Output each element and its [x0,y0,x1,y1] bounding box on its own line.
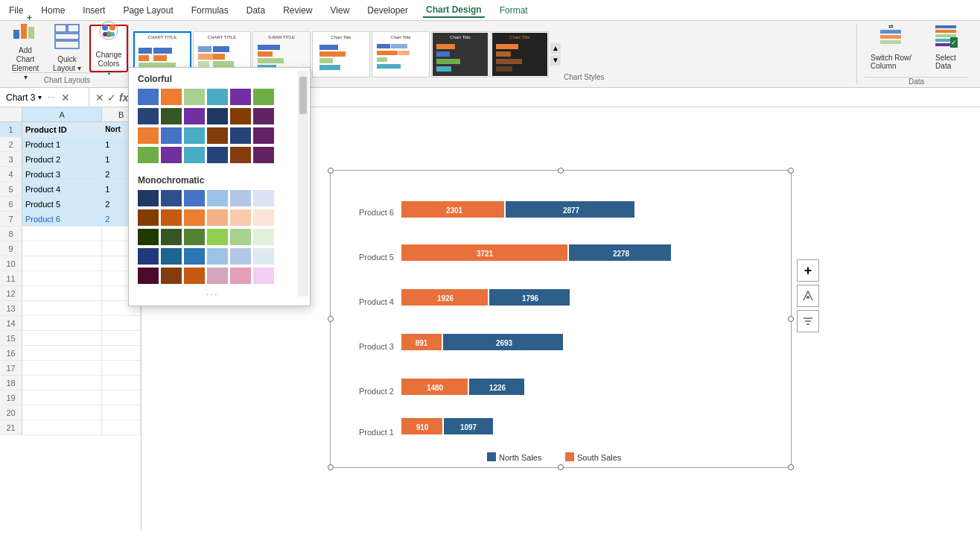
chart-handle-mr[interactable] [788,316,794,322]
color-swatch[interactable] [161,89,182,105]
color-picker-more[interactable]: ... [129,285,296,300]
select-data-button[interactable]: ✓ SelectData [923,23,968,71]
color-swatch[interactable] [230,268,251,284]
color-swatch[interactable] [138,108,159,124]
chart-container[interactable]: Product 6 Product 5 Product 4 Product 3 … [330,170,792,468]
chart-handle-tl[interactable] [328,168,334,174]
color-swatch[interactable] [138,190,159,206]
color-swatch[interactable] [207,209,228,226]
cell-a14[interactable] [22,316,102,330]
cell-a20[interactable] [22,405,102,420]
cell-a4[interactable]: Product 3 [22,167,102,181]
menu-home[interactable]: Home [38,4,68,17]
cell-a10[interactable] [22,256,102,271]
cell-a13[interactable] [22,301,102,315]
formula-cancel-icon[interactable]: ✕ [95,92,104,104]
color-swatch[interactable] [230,248,251,265]
cell-a2[interactable]: Product 1 [22,137,102,151]
color-swatch[interactable] [161,248,182,265]
cell-a15[interactable] [22,331,102,345]
color-swatch[interactable] [138,89,159,105]
color-swatch[interactable] [161,147,182,163]
color-swatch[interactable] [207,89,228,105]
cell-a11[interactable] [22,271,102,285]
color-swatch[interactable] [207,108,228,124]
quick-layout-button[interactable]: QuickLayout ▾ [48,25,86,72]
color-swatch[interactable] [207,229,228,245]
cell-a12[interactable] [22,286,102,300]
cell-a19[interactable] [22,390,102,405]
color-swatch[interactable] [253,89,274,105]
cell-a6[interactable]: Product 5 [22,197,102,211]
color-swatch[interactable] [230,229,251,245]
chart-handle-tc[interactable] [558,168,564,174]
cell-a7[interactable]: Product 6 [22,212,102,226]
color-swatch[interactable] [230,127,251,144]
chart-style-5[interactable]: Chart Title [372,31,430,78]
chart-styles-scroll-down[interactable]: ▼ [550,55,561,66]
cell-a18[interactable] [22,376,102,390]
color-swatch[interactable] [184,248,205,265]
cell-b16[interactable] [102,346,141,360]
color-swatch[interactable] [230,89,251,105]
cell-b18[interactable] [102,376,141,390]
color-swatch[interactable] [138,127,159,144]
color-swatch[interactable] [161,108,182,124]
menu-page-layout[interactable]: Page Layout [120,4,176,17]
add-chart-element-side-button[interactable]: + [797,259,819,282]
chart-style-4[interactable]: Chart Title [312,31,370,78]
color-swatch[interactable] [207,268,228,284]
color-swatch[interactable] [184,209,205,226]
cell-a8[interactable] [22,227,102,241]
change-colors-button[interactable]: ChangeColors ▾ [89,25,128,72]
cell-a17[interactable] [22,361,102,375]
scrollbar-thumb[interactable] [299,77,307,114]
chart-handle-bc[interactable] [558,464,564,470]
chart-name-dropdown[interactable]: ▾ [38,93,42,101]
color-swatch[interactable] [253,229,274,245]
menu-developer[interactable]: Developer [364,4,411,17]
formula-fx-icon[interactable]: fx [119,92,128,104]
color-swatch[interactable] [161,229,182,245]
menu-chart-design[interactable]: Chart Design [423,3,485,18]
color-swatch[interactable] [184,229,205,245]
cell-a9[interactable] [22,241,102,256]
cell-b20[interactable] [102,405,141,420]
add-chart-element-button[interactable]: + Add ChartElement ▾ [6,25,45,72]
cell-b14[interactable] [102,316,141,330]
color-swatch[interactable] [207,190,228,206]
color-swatch[interactable] [161,127,182,144]
chart-handle-bl[interactable] [328,464,334,470]
color-swatch[interactable] [230,108,251,124]
menu-formulas[interactable]: Formulas [188,4,232,17]
menu-insert[interactable]: Insert [80,4,108,17]
cell-b19[interactable] [102,390,141,405]
menu-format[interactable]: Format [497,4,531,17]
color-swatch[interactable] [253,209,274,226]
cell-a3[interactable]: Product 2 [22,152,102,166]
color-swatch[interactable] [253,248,274,265]
color-swatch[interactable] [207,127,228,144]
color-swatch[interactable] [138,147,159,163]
color-swatch[interactable] [184,108,205,124]
formula-confirm-icon[interactable]: ✓ [107,92,116,104]
menu-data[interactable]: Data [244,4,268,17]
color-swatch[interactable] [184,147,205,163]
color-swatch[interactable] [161,209,182,226]
color-swatch[interactable] [184,190,205,206]
cell-a21[interactable] [22,420,102,434]
color-swatch[interactable] [253,147,274,163]
cell-b15[interactable] [102,331,141,345]
cell-b17[interactable] [102,361,141,375]
cell-a5[interactable]: Product 4 [22,182,102,196]
chart-style-7[interactable]: Chart Title [491,31,549,78]
cell-b21[interactable] [102,420,141,434]
chart-handle-tr[interactable] [788,168,794,174]
color-picker-scrollbar[interactable] [298,71,308,297]
color-swatch[interactable] [161,268,182,284]
chart-handle-ml[interactable] [328,316,334,322]
close-icon[interactable]: ✕ [61,92,70,104]
color-swatch[interactable] [138,229,159,245]
chart-styles-scroll-up[interactable]: ▲ [550,43,561,54]
color-swatch[interactable] [184,89,205,105]
